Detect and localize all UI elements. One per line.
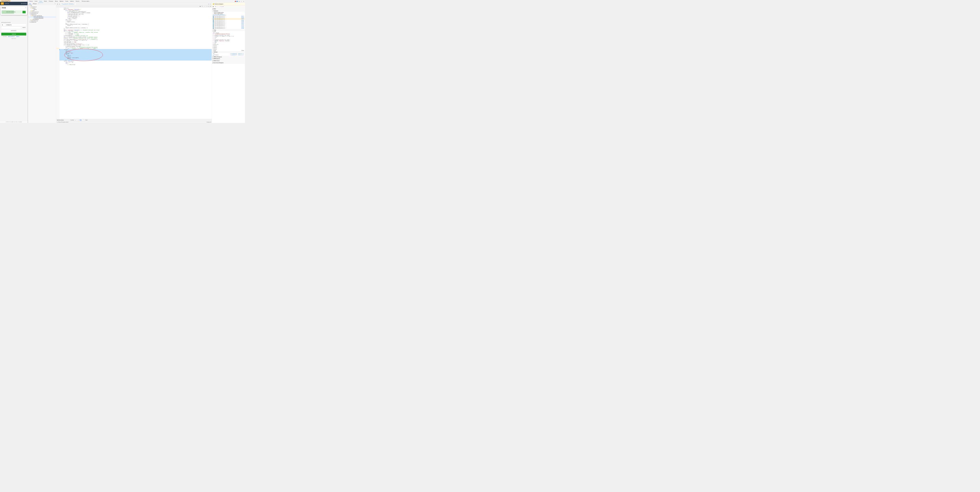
file-tree-menu-icon[interactable]: ⋮ [54,3,56,5]
global-listeners-arrow: ▶ [213,60,213,61]
tab-security[interactable]: Security [65,0,69,3]
voice-captcha-btn[interactable]: 获取语音验证码 [1,29,26,32]
file-tree-tab-workspace[interactable]: Workspace [32,3,38,5]
bp-checkbox-3[interactable] [213,19,214,19]
breakpoints-header[interactable]: ▼ Breakpoints [212,10,245,12]
event-listeners-header[interactable]: ▶ Event Listener Breakpoints [212,62,245,64]
step-out-btn[interactable]: ↑ [205,5,207,7]
tab-performance[interactable]: Performance [48,0,54,3]
pretty-print-icon[interactable]: { } [208,3,210,5]
call-stack-header[interactable]: ▼ Call Stack [212,51,245,53]
captcha-row: 重新获取 [1,27,26,29]
bp-checkbox-1[interactable] [213,16,214,17]
bp-checkbox-4[interactable] [213,20,214,21]
global-label: Global [214,50,216,51]
search-cancel-btn[interactable]: Cancel [85,119,88,121]
bp-checkbox-5[interactable] [213,21,214,22]
dom-breakpoints-header[interactable]: ▶ DOM Breakpoints [212,58,245,60]
terms-link[interactable]: 《去哪儿用户服务协议》 [7,36,15,37]
step-into-btn-right[interactable]: ↓ [216,6,218,8]
debugger-resume-icon[interactable]: ▶ [8,0,9,1]
cloud-icon-common: ☁ [30,11,31,13]
debugger-step-icon[interactable]: ⏸ [9,0,10,1]
settings-icon[interactable]: ⚙ [238,0,240,2]
phone-number-input[interactable] [6,24,26,26]
step-out-btn-right[interactable]: ↑ [218,6,220,8]
pause-uncaught-checkbox[interactable] [213,12,214,13]
resume-btn[interactable]: ▶ [199,5,201,7]
tab-lighthouse[interactable]: Lighthouse [69,0,75,3]
format-icon[interactable]: { } [57,3,59,5]
global-listeners-section: ▶ Global Listeners [212,60,245,62]
bp-checkbox-9[interactable] [213,27,214,27]
country-code-input[interactable] [1,24,5,26]
pause-caught-checkbox[interactable] [213,14,214,14]
privacy-link[interactable]: 《隐私政策》 [16,36,20,37]
search-prev-btn[interactable]: ∧ [75,119,76,121]
bp-checkbox-2[interactable] [213,17,214,18]
tab-elements[interactable]: Elements [29,0,34,3]
coverage-info: Coverage: n/a [207,121,211,122]
tree-label-login-jsp: login.jsp [34,9,37,10]
captcha-input[interactable] [1,27,21,29]
code-tab-close[interactable]: ✕ [74,3,75,5]
step-over-btn-right[interactable]: ↷ [215,6,216,8]
global-arrow: ▶ [213,50,213,51]
search-case-btn[interactable]: Aa [80,119,82,121]
bp-checkbox-8[interactable] [213,25,214,26]
file-tree-tab-more[interactable]: » [38,3,39,5]
event-listeners-section: ▶ Event Listener Breakpoints [212,62,245,64]
callstack-file-anon: PCLogin@6ac20ff...015894124.js:1 [231,55,244,56]
step-btn[interactable]: ↪ [207,5,209,7]
split-icon[interactable]: ⊡ [59,3,60,5]
agree-checkbox[interactable] [1,36,2,37]
global-listeners-header[interactable]: ▶ Global Listeners [212,60,245,62]
slider-track[interactable]: 请按住滑块, 拖到最右边 » [2,11,26,14]
bp-checkbox-10[interactable] [213,28,214,29]
scope-header[interactable]: ▼ Scope [212,29,245,31]
code-content[interactable]: }(this, u), W(U(t), "onMouseDown", funct… [59,8,212,119]
bp-checkbox-7[interactable] [213,24,214,25]
callstack-anon[interactable]: ◆ (anonymous) PCLogin@6ac20ff...01589412… [212,54,245,56]
exec-buttons: ▶ ↷ ↓ ↑ ↪ ⟿ [199,5,212,7]
search-next-btn[interactable]: ∨ [77,119,79,121]
bp-checkbox-6[interactable] [213,22,214,23]
debugger-label: Paused in debugger [2,0,8,1]
step-over-btn[interactable]: ↷ [201,5,203,7]
debug-exec-controls: ▶ ↷ ↓ ↑ ↪ ⟿ [212,5,245,8]
tab-memory[interactable]: Memory [54,0,59,3]
file-tree-tab-page[interactable]: Page [28,3,32,5]
login-btn[interactable]: 登录/注册 [1,33,26,35]
more-icon[interactable]: ⋮ [240,0,242,2]
bp-code-6: (function(e){function n(r... [214,22,226,23]
tab-recorder[interactable]: Recorder ✏ [75,0,81,3]
tab-console[interactable]: Console [34,0,38,3]
tree-item-s-qunarzz[interactable]: ▶ ☁ s.qunarzz.com [28,21,56,23]
zoom-icon[interactable]: ⊡ [210,3,212,5]
resend-btn[interactable]: 重新获取 [21,27,26,29]
xhr-breakpoints-header[interactable]: ▶ XHR/fetch Breakpoints [212,56,245,58]
dialog-close-button[interactable]: × [25,7,26,8]
tab-performance-insights[interactable]: Performance insights ✏ [81,0,91,3]
step-into-btn[interactable]: ↓ [203,5,205,7]
code-tab-pclogin[interactable]: PCLogin@6ac20ff...25015894124.js ✕ [61,3,76,5]
resume-btn-right[interactable]: ▶ [212,6,215,8]
close-icon[interactable]: ✕ [243,0,245,2]
search-input[interactable] [57,120,70,121]
step-btn-right[interactable]: ↪ [220,6,222,8]
bp-code-3: (function(e){function n(r... [214,19,226,19]
search-regex-btn[interactable]: .* [83,119,84,121]
tree-label-common: common.qunarzz.com [31,11,39,13]
bp-item-10[interactable]: (function(e){function n(r... 1:505480 [212,27,245,29]
watch-header[interactable]: ▶ Watch [212,8,245,10]
deactivate-btn-right[interactable]: ⟿ [222,6,224,8]
folder-icon-top: 📁 [30,5,31,6]
deactivate-btn[interactable]: ⟿ [209,5,212,7]
slider-button[interactable]: » [22,11,25,14]
tab-sources[interactable]: Sources [38,0,43,3]
closure-arrow-1: ▶ [213,45,213,46]
code-editor[interactable]: → [56,8,212,119]
tab-network[interactable]: Network [43,0,48,3]
tab-application[interactable]: Application [59,0,65,3]
bp-code-2: (function(e){function n(r... [214,17,226,18]
